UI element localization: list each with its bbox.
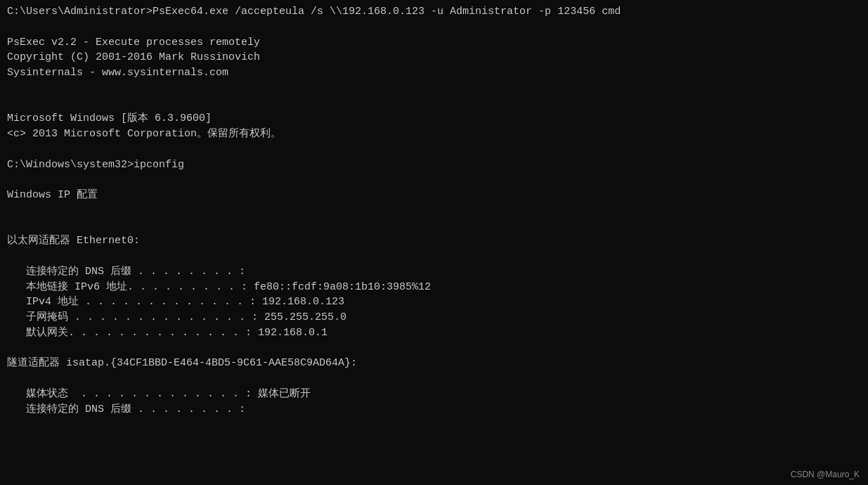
terminal-line: 默认网关. . . . . . . . . . . . . . : 192.16…: [7, 325, 861, 341]
watermark: CSDN @Mauro_K: [791, 470, 860, 479]
terminal-line: [7, 96, 861, 112]
terminal-line: 连接特定的 DNS 后缀 . . . . . . . . :: [7, 264, 861, 280]
terminal-line: [7, 20, 861, 35]
terminal-line: [7, 81, 861, 96]
terminal-line: [7, 371, 861, 387]
terminal-line: 隧道适配器 isatap.{34CF1BBD-E464-4BD5-9C61-AA…: [7, 356, 861, 371]
terminal-line: Copyright (C) 2001-2016 Mark Russinovich: [7, 50, 861, 65]
terminal-line: C:\Users\Administrator>PsExec64.exe /acc…: [7, 4, 861, 20]
terminal-window[interactable]: C:\Users\Administrator>PsExec64.exe /acc…: [0, 0, 868, 485]
terminal-line: Windows IP 配置: [7, 188, 861, 203]
terminal-line: C:\Windows\system32>ipconfig: [7, 157, 861, 173]
terminal-line: 媒体状态 . . . . . . . . . . . . . : 媒体已断开: [7, 387, 861, 402]
terminal-line: 以太网适配器 Ethernet0:: [7, 233, 861, 249]
terminal-line: [7, 203, 861, 219]
terminal-line: 本地链接 IPv6 地址. . . . . . . . . : fe80::fc…: [7, 280, 861, 295]
terminal-line: [7, 142, 861, 157]
terminal-line: [7, 172, 861, 188]
terminal-line: [7, 341, 861, 356]
terminal-line: <c> 2013 Microsoft Corporation。保留所有权利。: [7, 127, 861, 142]
terminal-line: 连接特定的 DNS 后缀 . . . . . . . . :: [7, 402, 861, 418]
terminal-line: 子网掩码 . . . . . . . . . . . . . . : 255.2…: [7, 310, 861, 325]
terminal-line: IPv4 地址 . . . . . . . . . . . . . : 192.…: [7, 295, 861, 310]
terminal-output: C:\Users\Administrator>PsExec64.exe /acc…: [7, 4, 861, 417]
terminal-line: Microsoft Windows [版本 6.3.9600]: [7, 111, 861, 127]
terminal-line: PsExec v2.2 - Execute processes remotely: [7, 35, 861, 51]
terminal-line: [7, 219, 861, 234]
terminal-line: Sysinternals - www.sysinternals.com: [7, 65, 861, 81]
terminal-line: [7, 249, 861, 264]
